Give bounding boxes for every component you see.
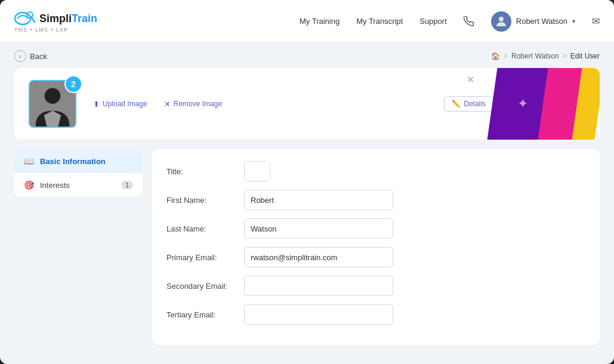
- nav-my-transcript[interactable]: My Transcript: [356, 17, 403, 26]
- back-label: Back: [30, 52, 47, 61]
- tertiary-email-row: Tertiary Email:: [166, 304, 585, 325]
- bottom-section: 📖 Basic Information 🎯 Interests 1 Title:: [14, 149, 600, 345]
- breadcrumb-sep2: >: [563, 52, 567, 60]
- last-name-label: Last Name:: [166, 224, 244, 233]
- breadcrumb-home-icon[interactable]: 🏠: [491, 52, 500, 60]
- primary-email-input[interactable]: [244, 247, 393, 267]
- tertiary-email-label: Tertiary Email:: [166, 310, 244, 319]
- sidebar-card: 📖 Basic Information 🎯 Interests 1: [14, 149, 143, 197]
- primary-email-label: Primary Email:: [166, 253, 244, 262]
- interests-label: Interests: [40, 181, 70, 190]
- avatar-wrapper: 2: [29, 80, 76, 128]
- mail-icon[interactable]: ✉: [592, 16, 600, 27]
- upload-icon: ⬆: [93, 100, 100, 109]
- title-input[interactable]: [244, 161, 270, 181]
- form-area: Title: First Name: Last Name: Primary Em…: [152, 149, 600, 345]
- chevron-down-icon: ▾: [572, 18, 575, 24]
- svg-point-0: [15, 13, 30, 24]
- back-chevron-icon: ‹: [14, 50, 26, 62]
- first-name-input[interactable]: [244, 190, 393, 210]
- logo-sub: TMS + LMS + LXP: [14, 27, 68, 33]
- top-bar: ‹ Back 🏠 > Robert Watson > Edit User: [14, 43, 600, 68]
- breadcrumb: 🏠 > Robert Watson > Edit User: [491, 52, 600, 60]
- svg-point-4: [45, 88, 61, 104]
- first-name-row: First Name:: [166, 190, 585, 210]
- star-decoration: ✦: [517, 96, 528, 112]
- svg-point-2: [499, 17, 504, 21]
- secondary-email-row: Secondary Email:: [166, 276, 585, 296]
- title-label: Title:: [166, 167, 244, 176]
- back-button[interactable]: ‹ Back: [14, 50, 47, 62]
- interests-icon: 🎯: [24, 180, 34, 190]
- remove-image-button[interactable]: ✕ Remove Image: [159, 97, 227, 111]
- step-badge: 2: [64, 75, 82, 93]
- pencil-icon: ✏️: [452, 100, 461, 108]
- phone-icon[interactable]: [464, 16, 474, 27]
- nav-links: My Training My Transcript Support Robert…: [300, 11, 600, 32]
- tertiary-email-input[interactable]: [244, 304, 393, 325]
- logo-icon: [14, 10, 37, 28]
- basic-information-label: Basic Information: [40, 157, 106, 166]
- interests-badge: 1: [121, 181, 133, 189]
- sidebar-item-interests[interactable]: 🎯 Interests 1: [14, 173, 143, 197]
- first-name-label: First Name:: [166, 196, 244, 205]
- nav-support[interactable]: Support: [419, 17, 447, 26]
- sidebar-item-basic-information[interactable]: 📖 Basic Information: [14, 149, 143, 173]
- breadcrumb-current: Edit User: [570, 52, 600, 60]
- upload-image-button[interactable]: ⬆ Upload Image: [88, 97, 152, 111]
- remove-image-label: Remove Image: [174, 100, 222, 108]
- nav-avatar: [491, 11, 511, 32]
- nav-my-training[interactable]: My Training: [300, 17, 340, 26]
- remove-icon: ✕: [164, 100, 171, 109]
- avatar-icon: [494, 14, 508, 29]
- app-window: SimpliTrain TMS + LMS + LXP My Training …: [0, 0, 614, 364]
- last-name-row: Last Name:: [166, 218, 585, 239]
- title-row: Title:: [166, 161, 585, 181]
- book-icon: 📖: [24, 156, 34, 166]
- main-content: ‹ Back 🏠 > Robert Watson > Edit User: [0, 43, 614, 364]
- logo-text: SimpliTrain: [39, 13, 97, 25]
- decorative-stripes: [480, 68, 600, 140]
- breadcrumb-parent[interactable]: Robert Watson: [511, 52, 559, 60]
- last-name-input[interactable]: [244, 218, 393, 239]
- secondary-email-input[interactable]: [244, 276, 393, 296]
- sidebar: 📖 Basic Information 🎯 Interests 1: [14, 149, 143, 345]
- user-menu[interactable]: Robert Watson ▾: [491, 11, 575, 32]
- upload-image-label: Upload Image: [103, 100, 147, 108]
- profile-card: 2 ⬆ Upload Image ✕ Remove Image ✏️ Detai…: [14, 68, 600, 140]
- secondary-email-label: Secondary Email:: [166, 282, 244, 291]
- close-button[interactable]: ✕: [467, 74, 474, 85]
- nav-username: Robert Watson: [516, 17, 567, 26]
- navigation: SimpliTrain TMS + LMS + LXP My Training …: [0, 0, 614, 43]
- primary-email-row: Primary Email:: [166, 247, 585, 267]
- breadcrumb-sep1: >: [504, 52, 508, 60]
- logo: SimpliTrain TMS + LMS + LXP: [14, 10, 97, 33]
